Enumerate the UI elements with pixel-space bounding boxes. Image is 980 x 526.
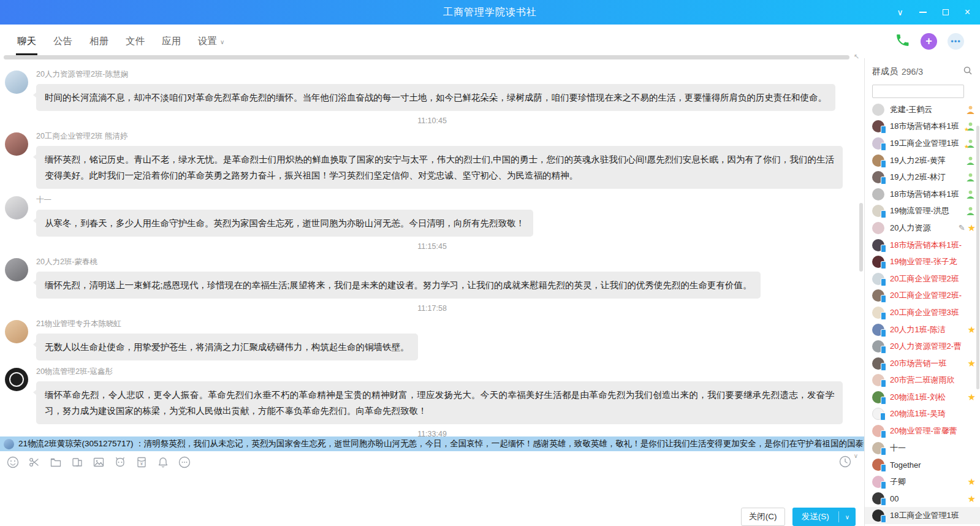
member-name: 19人力2班-林汀 — [890, 172, 965, 183]
avatar[interactable] — [5, 258, 28, 281]
member-row[interactable]: 18市场营销本科1班 — [865, 186, 980, 203]
folder-icon[interactable] — [49, 455, 63, 471]
member-row[interactable]: 20人力资源管理2-曹 — [865, 338, 980, 355]
screen-capture-icon[interactable] — [70, 455, 84, 471]
timestamp: 11:10:45 — [0, 112, 864, 126]
tab-settings-label: 设置 — [198, 36, 217, 46]
close-button[interactable]: 关闭(C) — [741, 508, 785, 526]
message-bubble: 无数人以生命赴使命，用挚爱护苍生，将涓滴之力汇聚成磅礴伟力，构筑起生命的铜墙铁壁… — [36, 334, 418, 360]
member-name: 20物业管理-雷馨蕾 — [890, 425, 976, 436]
tab-files-label: 文件 — [126, 36, 145, 46]
shake-bell-icon[interactable] — [156, 455, 170, 471]
avatar — [872, 289, 884, 302]
member-scrollbar[interactable] — [976, 126, 979, 389]
avatar — [872, 340, 884, 353]
member-row[interactable]: 十一 — [865, 440, 980, 457]
tab-albums[interactable]: 相册 — [81, 23, 117, 59]
restore-icon[interactable] — [943, 9, 949, 15]
sticker-icon[interactable] — [113, 455, 127, 471]
avatar[interactable] — [5, 320, 28, 343]
member-name: 20人力资源管理2-曹 — [890, 341, 976, 352]
member-row[interactable]: 20工商企业管理2班 — [865, 270, 980, 288]
member-row[interactable]: 19物业管理-张子龙 — [865, 253, 980, 270]
send-button[interactable]: 发送(S) ∨ — [792, 508, 856, 526]
tab-chat[interactable]: 聊天 — [9, 23, 45, 59]
member-row[interactable]: 18市场营销本科1班 ★ — [865, 118, 980, 135]
avatar — [872, 492, 884, 505]
member-row[interactable]: 00 ★ — [865, 490, 980, 508]
member-search-input[interactable] — [872, 85, 964, 98]
member-row[interactable]: 20物流1班-吴琦 — [865, 406, 980, 423]
close-icon[interactable]: × — [965, 7, 970, 17]
avatar — [872, 391, 884, 403]
avatar[interactable] — [5, 196, 28, 219]
tab-apps[interactable]: 应用 — [153, 23, 189, 59]
member-row[interactable]: 19人力2班-林汀 — [865, 169, 980, 186]
member-name: 19物业管理-张子龙 — [890, 256, 976, 267]
member-row[interactable]: 18工商企业管理1班 — [865, 507, 980, 524]
member-row[interactable]: 子卿 ★ — [865, 473, 980, 490]
red-packet-icon[interactable]: ¥ — [135, 455, 148, 471]
member-row[interactable]: 20人力资源 ✎★ — [865, 219, 980, 237]
screenshot-icon[interactable] — [28, 455, 41, 471]
member-row[interactable]: 19物流管理-洪思 — [865, 203, 980, 220]
member-row[interactable]: 19工商企业管理1班 ★ — [865, 135, 980, 152]
sender-name: 20物流管理2班-寇鑫彤 — [36, 367, 857, 377]
avatar — [872, 374, 884, 386]
member-row[interactable]: 20物业管理-雷馨蕾 — [865, 422, 980, 440]
invite-add-icon[interactable]: + — [921, 33, 937, 50]
member-row[interactable]: 18市场营销本科1班- — [865, 237, 980, 254]
vertical-scrollbar[interactable] — [859, 203, 863, 272]
edit-card-icon[interactable]: ✎ — [959, 223, 965, 232]
star-icon: ★ — [964, 126, 969, 132]
avatar[interactable] — [5, 132, 28, 156]
timestamp: 11:33:49 — [0, 425, 864, 436]
sender-name: 20人力2班-蒙春桃 — [36, 257, 857, 267]
avatar[interactable] — [5, 71, 28, 94]
avatar[interactable] — [5, 368, 28, 391]
member-row[interactable]: 党建-王鹤云 — [865, 101, 980, 118]
star-icon: ★ — [968, 223, 976, 232]
tab-files[interactable]: 文件 — [117, 23, 153, 59]
send-options-chevron-icon[interactable]: ∨ — [839, 514, 856, 520]
minimize-icon[interactable] — [919, 12, 927, 13]
member-row[interactable]: 20物流1班-刘松 ★ — [865, 389, 980, 406]
member-person-icon — [965, 172, 976, 182]
tab-settings[interactable]: 设置∨ — [189, 23, 233, 59]
sender-name: 21物业管理专升本陈晓虹 — [36, 319, 857, 329]
avatar — [872, 188, 884, 200]
avatar — [872, 171, 884, 183]
member-name: 19工商企业管理1班 — [890, 138, 965, 149]
member-row[interactable]: 20工商企业管理2班- — [865, 288, 980, 305]
message-input[interactable] — [0, 473, 864, 503]
member-row[interactable]: 20工商企业管理3班 — [865, 304, 980, 321]
group-chat-window: 工商管理学院读书社 ∨ × 聊天 公告 相册 文件 应用 设置∨ + ••• ↖ — [0, 0, 980, 526]
emoji-icon[interactable] — [6, 455, 20, 471]
member-row[interactable]: 20市场营销一班 ★ — [865, 355, 980, 372]
action-buttons: 关闭(C) 发送(S) ∨ — [0, 508, 864, 526]
tab-announcements[interactable]: 公告 — [45, 23, 81, 59]
avatar — [872, 104, 884, 116]
member-row[interactable]: 20人力1班-陈洁 ★ — [865, 321, 980, 338]
star-icon: ★ — [968, 494, 976, 503]
member-person-icon — [965, 189, 976, 199]
more-actions-icon[interactable]: ••• — [948, 33, 964, 50]
call-icon[interactable] — [895, 32, 910, 50]
avatar — [872, 273, 884, 285]
member-row[interactable]: 19人力2班-黄萍 — [865, 152, 980, 169]
avatar — [872, 425, 884, 437]
avatar — [872, 137, 884, 150]
image-icon[interactable] — [92, 455, 105, 471]
search-icon[interactable] — [963, 66, 973, 77]
sender-name: 20工商企业管理2班 熊清婷 — [36, 131, 857, 142]
quoted-selection-line[interactable]: 21物流2班黄琼荣(3051275717) ：清明祭英烈，我们从未忘记，英烈为国… — [0, 436, 864, 451]
horizontal-scrollbar[interactable] — [4, 55, 849, 59]
member-row[interactable]: Together — [865, 456, 980, 473]
member-row[interactable]: 20市营二班谢雨欣 — [865, 372, 980, 389]
history-clock-icon[interactable] — [838, 455, 852, 471]
window-menu-icon[interactable]: ∨ — [897, 8, 903, 17]
more-tools-icon[interactable] — [178, 455, 191, 471]
member-name: 党建-王鹤云 — [890, 104, 965, 115]
collapse-corner-icon[interactable]: ↖ — [854, 53, 859, 61]
member-person-icon — [965, 156, 976, 166]
